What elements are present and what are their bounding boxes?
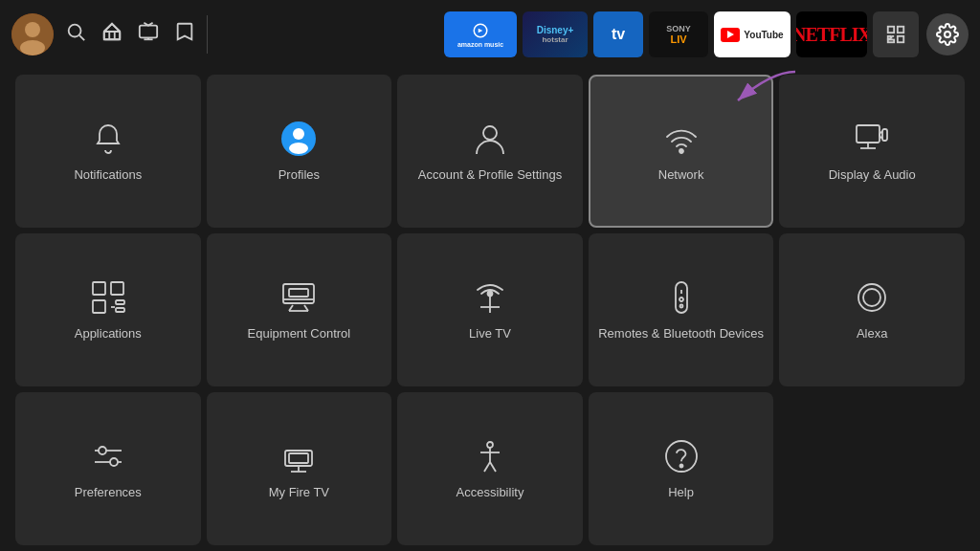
applications-tile[interactable]: Applications	[15, 233, 201, 386]
alexa-icon	[853, 278, 891, 317]
liv-label: LIV	[670, 33, 686, 45]
live-tv-tile[interactable]: Live TV	[397, 233, 583, 386]
svg-rect-39	[289, 289, 308, 297]
my-fire-tv-tile[interactable]: My Fire TV	[207, 392, 392, 545]
apps-icon	[89, 278, 127, 317]
svg-point-42	[487, 291, 492, 296]
settings-grid: Notifications Profiles Account & Profile…	[0, 69, 980, 551]
account-profile-label: Account & Profile Settings	[418, 167, 562, 184]
display-audio-label: Display & Audio	[829, 167, 916, 184]
svg-rect-14	[888, 40, 894, 43]
svg-point-3	[69, 25, 81, 37]
netflix-app[interactable]: NETFLIX	[796, 11, 867, 57]
svg-point-51	[99, 447, 106, 454]
sony-label: SONY	[666, 24, 691, 33]
accessibility-label: Accessibility	[457, 485, 524, 501]
svg-rect-24	[857, 125, 880, 143]
tv-icon[interactable]	[138, 21, 159, 48]
sonyliv-app[interactable]: SONY LIV	[649, 11, 708, 57]
help-tile[interactable]: Help	[589, 392, 774, 545]
accessibility-tile[interactable]: Accessibility	[397, 392, 583, 545]
network-label: Network	[658, 167, 704, 184]
grid-icon	[885, 24, 906, 45]
svg-point-63	[679, 464, 682, 467]
svg-rect-13	[888, 36, 891, 39]
preferences-label: Preferences	[75, 485, 142, 501]
svg-marker-9	[727, 31, 734, 38]
equipment-control-label: Equipment Control	[248, 326, 351, 342]
svg-point-2	[20, 40, 45, 55]
svg-point-45	[679, 298, 683, 301]
youtube-label: YouTube	[744, 30, 783, 40]
svg-rect-30	[93, 300, 105, 313]
disney-hotstar-app[interactable]: Disney+ hotstar	[523, 11, 588, 57]
settings-button[interactable]	[926, 13, 969, 55]
nav-icons	[65, 21, 195, 48]
accessibility-icon	[471, 437, 509, 475]
youtube-app[interactable]: YouTube	[714, 11, 791, 57]
svg-rect-12	[898, 36, 903, 42]
alexa-tile[interactable]: Alexa	[779, 233, 965, 386]
svg-rect-28	[93, 282, 105, 295]
monitor-icon	[279, 278, 318, 317]
notifications-label: Notifications	[74, 167, 142, 184]
amazon-music-label: amazon music	[457, 41, 503, 48]
hotstar-label: hotstar	[542, 35, 568, 44]
svg-rect-32	[116, 308, 124, 312]
app-shortcuts: amazon music Disney+ hotstar tv SONY LIV…	[444, 11, 919, 57]
person-icon	[471, 120, 509, 158]
settings-icon	[936, 23, 959, 46]
svg-point-20	[289, 143, 308, 154]
svg-point-57	[487, 442, 493, 448]
svg-point-46	[679, 304, 682, 307]
suntv-label: tv	[612, 26, 625, 43]
remotes-bluetooth-label: Remotes & Bluetooth Devices	[598, 326, 764, 342]
remotes-bluetooth-tile[interactable]: Remotes & Bluetooth Devices	[589, 233, 774, 386]
bell-icon	[89, 120, 127, 158]
svg-line-61	[490, 462, 496, 472]
monitor-speaker-icon	[853, 120, 891, 158]
svg-point-17	[945, 32, 950, 37]
home-icon[interactable]	[101, 21, 122, 48]
profiles-label: Profiles	[278, 167, 320, 184]
svg-point-23	[679, 149, 683, 153]
notifications-tile[interactable]: Notifications	[15, 75, 201, 228]
svg-point-19	[293, 128, 304, 140]
svg-rect-34	[283, 284, 314, 303]
applications-label: Applications	[75, 326, 142, 342]
svg-rect-27	[882, 129, 887, 141]
svg-point-48	[863, 289, 880, 306]
account-profile-tile[interactable]: Account & Profile Settings	[397, 75, 583, 228]
svg-rect-31	[116, 300, 124, 304]
live-tv-label: Live TV	[469, 326, 511, 342]
grid-view-app[interactable]	[873, 11, 919, 57]
sliders-icon	[89, 437, 127, 475]
svg-rect-10	[888, 27, 894, 33]
antenna-icon	[471, 278, 509, 317]
network-tile[interactable]: Network	[589, 75, 774, 228]
my-fire-tv-label: My Fire TV	[269, 485, 329, 501]
avatar[interactable]	[11, 13, 54, 55]
fire-tv-icon	[279, 437, 318, 475]
svg-rect-11	[898, 27, 903, 33]
alexa-label: Alexa	[857, 326, 888, 342]
suntv-app[interactable]: tv	[593, 11, 643, 57]
display-audio-tile[interactable]: Display & Audio	[779, 75, 965, 228]
svg-rect-6	[140, 26, 157, 38]
divider	[207, 15, 208, 54]
svg-line-4	[79, 35, 84, 40]
profiles-tile[interactable]: Profiles	[207, 75, 392, 228]
equipment-control-tile[interactable]: Equipment Control	[207, 233, 392, 386]
svg-point-1	[25, 22, 40, 37]
svg-rect-29	[111, 282, 123, 295]
top-navigation-bar: amazon music Disney+ hotstar tv SONY LIV…	[0, 0, 980, 69]
svg-point-21	[483, 126, 497, 140]
bookmark-icon[interactable]	[174, 21, 195, 48]
youtube-play-icon	[721, 28, 740, 42]
preferences-tile[interactable]: Preferences	[15, 392, 201, 545]
svg-rect-56	[289, 453, 308, 463]
netflix-label: NETFLIX	[796, 24, 867, 46]
search-icon[interactable]	[65, 21, 86, 48]
amazon-music-app[interactable]: amazon music	[444, 11, 517, 57]
svg-rect-5	[104, 32, 121, 39]
